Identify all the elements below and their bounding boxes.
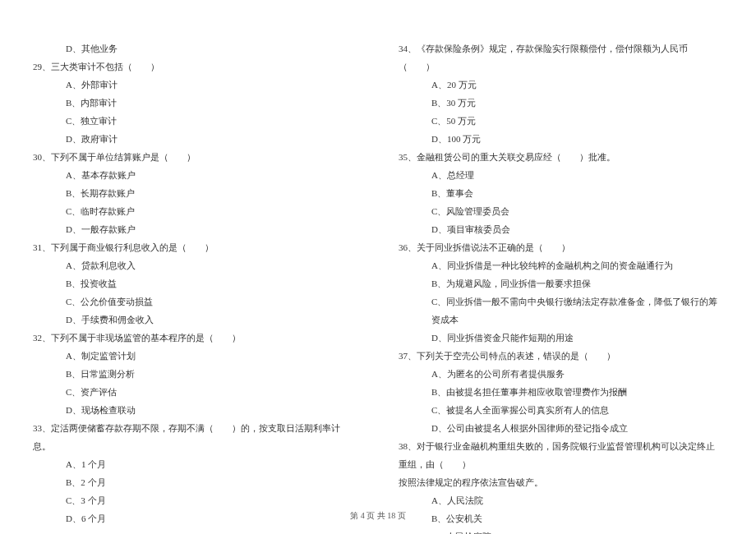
option-line: D、公司由被提名人根据外国律师的登记指令成立	[431, 419, 723, 437]
option-line: D、政府审计	[66, 130, 357, 148]
option-line: D、同业拆借资金只能作短期的用途	[431, 329, 723, 347]
option-line: D、项目审核委员会	[431, 220, 723, 238]
option-line: C、3 个月	[66, 491, 357, 509]
question-line: 30、下列不属于单位结算账户是（ ）	[33, 148, 357, 166]
option-line: B、2 个月	[66, 473, 357, 491]
question-line: 33、定活两便储蓄存款存期不限，存期不满（ ）的，按支取日活期利率计息。	[33, 419, 357, 455]
option-line: D、手续费和佣金收入	[66, 311, 357, 329]
option-line: D、一般存款账户	[66, 220, 357, 238]
option-line: A、人民法院	[431, 491, 723, 509]
question-line: 35、金融租赁公司的重大关联交易应经（ ）批准。	[399, 148, 723, 166]
right-column: 34、《存款保险条例》规定，存款保险实行限额偿付，偿付限额为人民币（ ）A、20…	[399, 39, 723, 534]
option-line: A、制定监管计划	[66, 347, 357, 365]
option-line: C、同业拆借一般不需向中央银行缴纳法定存款准备金，降低了银行的筹资成本	[431, 292, 723, 329]
option-line: B、董事会	[431, 184, 723, 202]
option-line: B、投资收益	[66, 274, 357, 292]
option-line: C、临时存款账户	[66, 202, 357, 220]
question-line: 29、三大类审计不包括（ ）	[33, 58, 357, 76]
option-line: A、贷款利息收入	[66, 256, 357, 274]
option-line: B、由被提名担任董事并相应收取管理费作为报酬	[431, 383, 723, 401]
question-line: 31、下列属于商业银行利息收入的是（ ）	[33, 238, 357, 256]
option-line: B、长期存款账户	[66, 184, 357, 202]
option-line: C、资产评估	[66, 383, 357, 401]
left-column: D、其他业务29、三大类审计不包括（ ）A、外部审计B、内部审计C、独立审计D、…	[33, 39, 357, 534]
option-line: C、被提名人全面掌握公司真实所有人的信息	[431, 401, 723, 419]
option-line: D、现场检查联动	[66, 401, 357, 419]
option-line: D、其他业务	[66, 39, 357, 58]
option-line: A、1 个月	[66, 455, 357, 473]
option-line: C、50 万元	[431, 112, 723, 130]
option-line: B、内部审计	[66, 94, 357, 112]
option-line: C、人民检察院	[431, 527, 723, 534]
option-line: D、100 万元	[431, 130, 723, 148]
option-line: A、为匿名的公司所有者提供服务	[431, 365, 723, 383]
option-line: C、独立审计	[66, 112, 357, 130]
page-footer: 第 4 页 共 18 页	[0, 510, 756, 522]
option-line: C、公允价值变动损益	[66, 292, 357, 311]
option-line: A、20 万元	[431, 76, 723, 94]
question-line: 37、下列关于空壳公司特点的表述，错误的是（ ）	[399, 347, 723, 365]
question-line: 38、对于银行业金融机构重组失败的，国务院银行业监督管理机构可以决定终止重组，由…	[399, 437, 723, 473]
option-line: B、为规避风险，同业拆借一般要求担保	[431, 274, 723, 292]
question-continuation: 按照法律规定的程序依法宣告破产。	[399, 473, 723, 491]
option-line: A、基本存款账户	[66, 166, 357, 184]
option-line: B、30 万元	[431, 94, 723, 112]
option-line: B、日常监测分析	[66, 365, 357, 383]
option-line: C、风险管理委员会	[431, 202, 723, 220]
question-line: 34、《存款保险条例》规定，存款保险实行限额偿付，偿付限额为人民币（ ）	[399, 39, 723, 76]
page-columns: D、其他业务29、三大类审计不包括（ ）A、外部审计B、内部审计C、独立审计D、…	[33, 39, 723, 534]
option-line: A、外部审计	[66, 76, 357, 94]
question-line: 32、下列不属于非现场监管的基本程序的是（ ）	[33, 329, 357, 347]
question-line: 36、关于同业拆借说法不正确的是（ ）	[399, 238, 723, 256]
option-line: A、同业拆借是一种比较纯粹的金融机构之间的资金融通行为	[431, 256, 723, 274]
option-line: A、总经理	[431, 166, 723, 184]
